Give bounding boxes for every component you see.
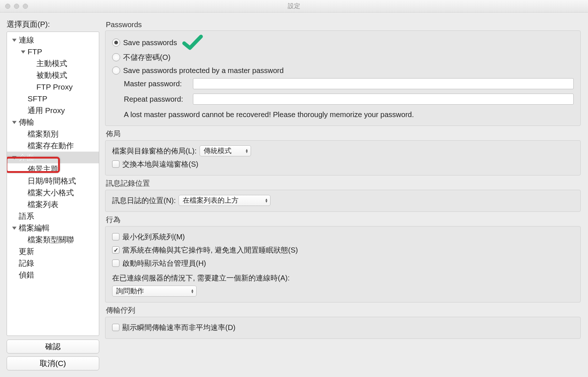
master-password-warning: A lost master password cannot be recover… — [112, 108, 574, 121]
tree-item-themes[interactable]: 佈景主題 — [7, 163, 99, 175]
radio-icon[interactable] — [112, 53, 120, 61]
disclosure-icon[interactable] — [20, 49, 26, 55]
disclosure-icon[interactable] — [11, 225, 17, 231]
group-title: Passwords — [106, 21, 581, 29]
field-label: 在已連線伺服器的情況下, 需要建立一個新的連線時(A): — [112, 273, 290, 283]
tree-item-interface[interactable]: 介面 — [7, 152, 99, 163]
checkbox-icon[interactable] — [112, 260, 119, 267]
page-tree[interactable]: 連線 FTP 主動模式 被動模式 FTP Proxy SFTP 通用 Proxy… — [7, 32, 99, 336]
checkbox-label: 當系統在傳輸與其它操作時, 避免進入閒置睡眠狀態(S) — [122, 245, 298, 255]
tree-item-language[interactable]: 語系 — [7, 210, 99, 222]
tree-label: SFTP — [28, 93, 47, 105]
tree-label: 記錄 — [19, 257, 34, 269]
radio-label: 不儲存密碼(O) — [123, 52, 171, 62]
repeat-password-input[interactable] — [193, 94, 574, 105]
radio-save-passwords[interactable]: Save passwords — [112, 35, 574, 51]
radio-icon[interactable] — [112, 39, 120, 47]
tree-label: 檔案類型關聯 — [28, 233, 74, 246]
tree-label: 佈景主題 — [28, 163, 58, 175]
checkbox-icon[interactable] — [112, 233, 119, 240]
show-sitemanager-checkbox[interactable]: 啟動時顯示站台管理員(H) — [112, 257, 574, 270]
tree-item-active-mode[interactable]: 主動模式 — [7, 58, 99, 69]
tree-label: 檔案類別 — [28, 128, 58, 140]
tree-item-transfer[interactable]: 傳輸 — [7, 116, 99, 128]
sidebar: 選擇頁面(P): 連線 FTP 主動模式 被動模式 FTP Proxy SFTP… — [0, 12, 103, 377]
new-connection-action-select[interactable]: 詢問動作 ▲▼ — [112, 286, 197, 297]
field-label: Repeat password: — [124, 95, 190, 104]
updown-icon: ▲▼ — [245, 149, 248, 153]
tree-label: 檔案列表 — [28, 198, 58, 211]
tree-item-passive-mode[interactable]: 被動模式 — [7, 69, 99, 81]
tree-item-sftp[interactable]: SFTP — [7, 93, 99, 105]
group-title: 訊息記錄位置 — [106, 178, 581, 188]
tree-item-debug[interactable]: 偵錯 — [7, 269, 99, 281]
titlebar: 設定 — [0, 0, 588, 12]
tree-item-logging[interactable]: 記錄 — [7, 257, 99, 269]
select-value: 傳統模式 — [204, 146, 232, 156]
checkbox-icon[interactable] — [112, 246, 119, 254]
sidebar-label: 選擇頁面(P): — [7, 19, 99, 29]
group-title: 行為 — [106, 215, 581, 225]
radio-label: Save passwords — [123, 39, 177, 47]
tree-item-ftp[interactable]: FTP — [7, 46, 99, 58]
tree-item-generic-proxy[interactable]: 通用 Proxy — [7, 105, 99, 116]
pane-layout-select[interactable]: 傳統模式 ▲▼ — [200, 145, 251, 156]
svg-marker-0 — [12, 39, 17, 41]
tree-item-datetime[interactable]: 日期/時間格式 — [7, 175, 99, 187]
tree-label: 傳輸 — [19, 116, 34, 128]
tree-item-file-assoc[interactable]: 檔案類型關聯 — [7, 234, 99, 246]
updown-icon: ▲▼ — [265, 198, 268, 203]
tree-item-file-editing[interactable]: 檔案編輯 — [7, 222, 99, 234]
tree-label: FTP Proxy — [36, 81, 73, 93]
checkbox-label: 啟動時顯示站台管理員(H) — [122, 258, 206, 268]
tree-label: 語系 — [19, 210, 34, 222]
field-label: Master password: — [124, 80, 190, 88]
tree-item-filelist[interactable]: 檔案列表 — [7, 199, 99, 210]
cancel-button[interactable]: 取消(C) — [7, 356, 99, 370]
tree-label: FTP — [28, 46, 42, 58]
momentary-speed-checkbox[interactable]: 顯示瞬間傳輸速率而非平均速率(D) — [112, 321, 574, 334]
tree-label: 偵錯 — [19, 269, 34, 281]
tree-item-file-exists[interactable]: 檔案存在動作 — [7, 140, 99, 152]
swap-panes-checkbox[interactable]: 交換本地與遠端窗格(S) — [112, 157, 574, 171]
checkbox-icon[interactable] — [112, 160, 119, 168]
checkbox-label: 交換本地與遠端窗格(S) — [122, 159, 198, 169]
message-log-position-select[interactable]: 在檔案列表的上方 ▲▼ — [179, 195, 270, 206]
disclosure-icon[interactable] — [11, 155, 17, 160]
warning-text: A lost master password cannot be recover… — [124, 110, 414, 119]
disclosure-icon[interactable] — [11, 37, 17, 43]
tree-item-filesize[interactable]: 檔案大小格式 — [7, 187, 99, 199]
tree-item-ftp-proxy[interactable]: FTP Proxy — [7, 81, 99, 93]
group-transfer-queue: 傳輸佇列 顯示瞬間傳輸速率而非平均速率(D) — [105, 305, 581, 339]
radio-master-password[interactable]: Save passwords protected by a master pas… — [112, 64, 574, 77]
svg-marker-3 — [12, 156, 17, 159]
checkmark-icon — [182, 35, 203, 51]
radio-dont-save-passwords[interactable]: 不儲存密碼(O) — [112, 51, 574, 64]
tree-item-connection[interactable]: 連線 — [7, 34, 99, 46]
ok-button[interactable]: 確認 — [7, 340, 99, 354]
settings-panel: Passwords Save passwords 不儲存密碼(O) Save p… — [103, 12, 588, 377]
tree-label: 更新 — [19, 245, 34, 258]
disclosure-icon[interactable] — [11, 119, 17, 125]
select-value: 在檔案列表的上方 — [183, 196, 239, 205]
minimize-to-tray-checkbox[interactable]: 最小化到系統列(M) — [112, 230, 574, 243]
select-value: 詢問動作 — [116, 286, 144, 296]
svg-marker-4 — [12, 226, 17, 229]
tree-label: 檔案編輯 — [19, 222, 50, 234]
tree-label: 介面 — [19, 151, 34, 164]
updown-icon: ▲▼ — [191, 289, 194, 293]
window-title: 設定 — [0, 2, 588, 10]
tree-label: 檔案大小格式 — [28, 186, 74, 199]
checkbox-icon[interactable] — [112, 324, 119, 331]
tree-item-file-types[interactable]: 檔案類別 — [7, 128, 99, 140]
group-behavior: 行為 最小化到系統列(M) 當系統在傳輸與其它操作時, 避免進入閒置睡眠狀態(S… — [105, 215, 581, 302]
tree-label: 日期/時間格式 — [28, 175, 76, 187]
tree-item-update[interactable]: 更新 — [7, 246, 99, 257]
field-label: 訊息日誌的位置(N): — [112, 196, 176, 206]
radio-icon[interactable] — [112, 66, 120, 75]
prevent-sleep-checkbox[interactable]: 當系統在傳輸與其它操作時, 避免進入閒置睡眠狀態(S) — [112, 243, 574, 257]
repeat-password-row: Repeat password: — [112, 93, 574, 106]
master-password-input[interactable] — [193, 78, 574, 89]
master-password-row: Master password: — [112, 77, 574, 90]
tree-label: 通用 Proxy — [28, 104, 65, 117]
